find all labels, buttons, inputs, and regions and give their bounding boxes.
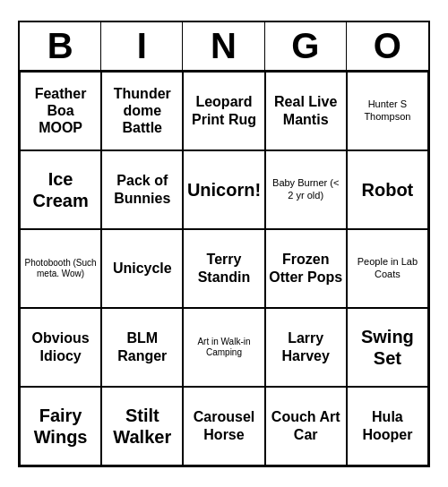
bingo-cell: Photobooth (Such meta. Wow) (20, 229, 101, 308)
bingo-grid: Feather Boa MOOPThunder dome BattleLeopa… (20, 72, 428, 466)
bingo-cell: Swing Set (347, 308, 428, 387)
bingo-cell: Ice Cream (20, 150, 101, 229)
bingo-cell: People in Lab Coats (347, 229, 428, 308)
bingo-cell: Fairy Wings (20, 387, 101, 466)
bingo-cell: Thunder dome Battle (101, 72, 183, 150)
header-letter: O (347, 22, 428, 70)
bingo-cell: Terry Standin (183, 229, 264, 308)
bingo-cell: Frozen Otter Pops (265, 229, 347, 308)
bingo-cell: Leopard Print Rug (183, 72, 264, 150)
bingo-cell: Art in Walk-in Camping (183, 308, 264, 387)
bingo-cell: Unicycle (101, 229, 183, 308)
bingo-cell: Larry Harvey (265, 308, 347, 387)
bingo-cell: Couch Art Car (265, 387, 347, 466)
bingo-cell: Pack of Bunnies (101, 150, 183, 229)
bingo-header: BINGO (20, 22, 428, 72)
bingo-card: BINGO Feather Boa MOOPThunder dome Battl… (18, 21, 430, 467)
header-letter: G (265, 22, 347, 70)
bingo-cell: Hunter S Thompson (347, 72, 428, 150)
bingo-cell: Unicorn! (183, 150, 264, 229)
bingo-cell: Hula Hooper (347, 387, 428, 466)
header-letter: I (101, 22, 183, 70)
bingo-cell: Real Live Mantis (265, 72, 347, 150)
header-letter: B (20, 22, 101, 70)
bingo-cell: Robot (347, 150, 428, 229)
bingo-cell: Stilt Walker (101, 387, 183, 466)
bingo-cell: Baby Burner (< 2 yr old) (265, 150, 347, 229)
bingo-cell: Carousel Horse (183, 387, 264, 466)
bingo-cell: Feather Boa MOOP (20, 72, 101, 150)
header-letter: N (183, 22, 264, 70)
bingo-cell: BLM Ranger (101, 308, 183, 387)
bingo-cell: Obvious Idiocy (20, 308, 101, 387)
